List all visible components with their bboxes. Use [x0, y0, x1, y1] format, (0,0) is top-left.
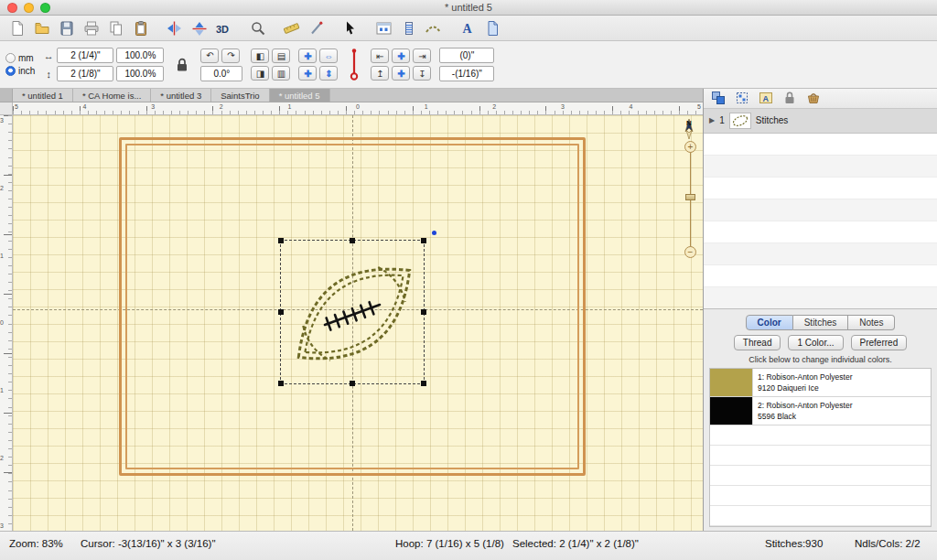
tab-saintstrio[interactable]: SaintsTrio — [211, 89, 269, 102]
ruler-left: 3210123 — [0, 115, 13, 531]
proportion-lock-icon[interactable] — [172, 51, 192, 79]
thread-swatch-1[interactable] — [710, 369, 753, 396]
thread-button[interactable]: Thread — [734, 335, 781, 350]
color-hint-text: Click below to change individual colors. — [709, 355, 932, 364]
zoom-in-button[interactable]: + — [684, 141, 696, 153]
thread-row-2[interactable]: 2: Robison-Anton Polyester 5596 Black — [710, 397, 931, 425]
height-scale-field[interactable] — [116, 66, 164, 81]
height-field[interactable] — [57, 66, 113, 81]
selection-box[interactable] — [280, 240, 425, 384]
unit-inch-radio[interactable]: inch — [5, 66, 35, 76]
thread-row-1[interactable]: 1: Robison-Anton Polyester 9120 Daiqueri… — [710, 369, 931, 397]
tab-untitled-3[interactable]: * untitled 3 — [151, 89, 211, 102]
lettering-object-icon[interactable]: A — [757, 90, 775, 106]
width-field[interactable] — [57, 48, 113, 63]
selection-handle-nw[interactable] — [278, 238, 284, 243]
design-canvas[interactable]: N + − — [13, 115, 703, 531]
properties-panel: Color Stitches Notes Thread 1 Color... P… — [704, 309, 937, 531]
unit-mm-radio[interactable]: mm — [5, 53, 35, 63]
selection-handle-s[interactable] — [350, 381, 355, 386]
stitch-simulator-icon[interactable] — [422, 17, 445, 38]
minimize-window-button[interactable] — [24, 3, 34, 13]
thread-spool-icon[interactable] — [397, 17, 420, 38]
zoom-icon[interactable] — [246, 17, 269, 38]
objects-toolbar: A — [704, 89, 937, 109]
align-center-v-button[interactable]: ✚ — [392, 66, 410, 81]
flip-vertical-icon[interactable] — [188, 17, 210, 38]
tab-notes[interactable]: Notes — [848, 315, 895, 330]
transform-toolbar: mm inch ↔ ↕ ↶ ↷ — [0, 41, 937, 89]
center-design-button[interactable]: ✚ — [298, 48, 317, 63]
center-horizontal-button[interactable]: ⇔ — [319, 48, 338, 63]
copy-icon[interactable] — [104, 17, 127, 38]
main-toolbar: 3D A — [0, 16, 937, 41]
one-color-button[interactable]: 1 Color... — [788, 335, 843, 350]
thread-swatch-2[interactable] — [710, 397, 753, 425]
rotation-field[interactable] — [200, 66, 242, 81]
canvas-zoom-slider[interactable]: + − — [684, 141, 698, 258]
align-right-button[interactable]: ⇥ — [413, 48, 431, 63]
rotate-left-button[interactable]: ↶ — [200, 48, 219, 63]
baste-needle-icon[interactable] — [346, 47, 362, 83]
view-mode-button-3[interactable]: ◨ — [251, 66, 269, 81]
rotate-right-button[interactable]: ↷ — [221, 48, 240, 63]
paste-icon[interactable] — [129, 17, 152, 38]
width-icon: ↔ — [43, 50, 54, 61]
status-zoom: Zoom: 83% — [9, 538, 63, 549]
combine-icon[interactable] — [709, 90, 727, 106]
lock-object-icon[interactable] — [781, 90, 799, 106]
needle-icon[interactable] — [305, 17, 328, 38]
tab-stitches[interactable]: Stitches — [793, 315, 849, 330]
zoom-slider-handle[interactable] — [685, 194, 695, 200]
view-mode-button-4[interactable]: ▥ — [272, 66, 290, 81]
view-mode-button-2[interactable]: ▤ — [272, 48, 290, 63]
save-icon[interactable] — [55, 17, 78, 38]
measure-icon[interactable] — [280, 17, 303, 38]
selection-handle-w[interactable] — [278, 309, 284, 315]
status-cursor: Cursor: -3(13/16)" x 3 (3/16)" — [81, 538, 216, 549]
select-cursor-icon[interactable] — [339, 17, 361, 38]
center-hoop-button[interactable]: ✚ — [298, 66, 317, 81]
lettering-icon[interactable]: A — [456, 17, 479, 38]
offset-vertical-field[interactable] — [439, 66, 494, 81]
preferred-button[interactable]: Preferred — [851, 335, 908, 350]
tab-color[interactable]: Color — [746, 315, 793, 330]
selection-handle-se[interactable] — [421, 381, 426, 386]
zoom-window-button[interactable] — [40, 3, 50, 13]
width-scale-field[interactable] — [116, 48, 164, 63]
tab-ca-home[interactable]: * CA Home is... — [73, 89, 151, 102]
zoom-out-button[interactable]: − — [684, 246, 696, 258]
tab-untitled-1[interactable]: * untitled 1 — [13, 89, 73, 102]
ruler-top-numbers: 54321012345 — [15, 102, 701, 111]
selection-handle-n[interactable] — [350, 238, 355, 243]
merge-design-icon[interactable] — [480, 17, 503, 38]
align-left-button[interactable]: ⇤ — [371, 48, 389, 63]
app-window: * untitled 5 3D A mm inch — [0, 0, 937, 560]
basket-icon[interactable] — [804, 90, 823, 106]
offset-horizontal-field[interactable] — [439, 48, 494, 63]
open-folder-icon[interactable] — [30, 17, 53, 38]
status-hoop: Hoop: 7 (1/16) x 5 (1/8) — [395, 538, 504, 549]
print-icon[interactable] — [80, 17, 102, 38]
close-window-button[interactable] — [7, 3, 17, 13]
flip-horizontal-icon[interactable] — [163, 17, 186, 38]
align-center-h-button[interactable]: ✚ — [392, 48, 410, 63]
design-window-icon[interactable] — [372, 17, 395, 38]
svg-text:A: A — [763, 94, 770, 103]
new-document-icon[interactable] — [5, 17, 28, 38]
view-mode-button-1[interactable]: ◧ — [251, 48, 269, 63]
center-vertical-button[interactable]: ⇕ — [319, 66, 338, 81]
thread-name-1: 1: Robison-Anton Polyester — [758, 372, 852, 382]
disclosure-triangle[interactable]: ▶ — [709, 116, 715, 124]
tab-untitled-5[interactable]: * untitled 5 — [270, 89, 330, 102]
selection-handle-ne[interactable] — [421, 238, 426, 243]
align-bottom-button[interactable]: ↧ — [413, 66, 431, 81]
selection-handle-e[interactable] — [421, 309, 426, 315]
status-needles: Ndls/Cols: 2/2 — [855, 538, 921, 549]
thread-detail-1: 9120 Daiqueri Ice — [758, 382, 852, 393]
group-icon[interactable] — [733, 90, 751, 106]
selection-handle-sw[interactable] — [278, 381, 284, 386]
align-top-button[interactable]: ↥ — [371, 66, 389, 81]
view-3d-icon[interactable]: 3D — [212, 17, 235, 38]
object-row-stitches[interactable]: ▶ 1 Stitches — [704, 109, 937, 134]
